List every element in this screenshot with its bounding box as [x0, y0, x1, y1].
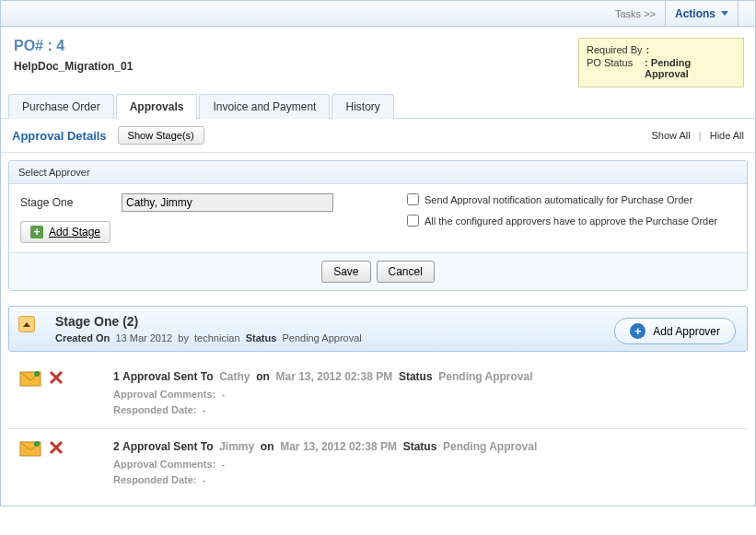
- comments-label: Approval Comments:: [113, 389, 215, 400]
- status-box: Required By : PO Status : Pending Approv…: [578, 38, 744, 87]
- comments-label: Approval Comments:: [113, 459, 215, 470]
- collapse-button[interactable]: [18, 316, 35, 332]
- status-label: Status: [246, 332, 277, 343]
- po-label: PO# :: [14, 38, 52, 53]
- show-all-link[interactable]: Show All: [652, 130, 691, 141]
- on-label: on: [261, 440, 274, 453]
- chevron-up-icon: [23, 322, 30, 327]
- po-number: 4: [56, 38, 64, 53]
- stage-one-input[interactable]: [122, 193, 333, 212]
- status-value: Pending Approval: [443, 440, 537, 453]
- required-by-label: Required By: [587, 44, 643, 55]
- plus-circle-icon: +: [630, 323, 646, 339]
- responded-value: -: [203, 404, 206, 415]
- add-stage-button[interactable]: + Add Stage: [20, 221, 110, 243]
- subheader: Approval Details Show Stage(s) Show All …: [1, 119, 755, 153]
- add-approver-button[interactable]: + Add Approver: [614, 318, 736, 344]
- add-approver-label: Add Approver: [653, 325, 720, 338]
- cancel-button[interactable]: Cancel: [377, 261, 435, 283]
- all-approve-label: All the configured approvers have to app…: [425, 215, 717, 227]
- top-bar: Tasks >> Actions: [1, 1, 755, 27]
- responded-label: Responded Date:: [113, 404, 196, 415]
- envelope-icon: [19, 440, 41, 457]
- sent-to-value: Cathy: [219, 370, 250, 383]
- on-label: on: [256, 370, 270, 383]
- on-value: Mar 13, 2012 02:38 PM: [276, 370, 393, 383]
- select-approver-box: Select Approver Stage One + Add Stage: [8, 160, 748, 291]
- hide-all-link[interactable]: Hide All: [710, 130, 744, 141]
- approval-num: 1: [113, 370, 120, 383]
- svg-point-5: [34, 441, 40, 447]
- status-label: Status: [403, 440, 437, 453]
- status-value: Pending Approval: [282, 332, 361, 343]
- status-value: Pending Approval: [438, 370, 532, 383]
- tab-purchase-order[interactable]: Purchase Order: [8, 94, 114, 119]
- po-status-value: : Pending Approval: [645, 57, 736, 79]
- approval-details-title: Approval Details: [12, 129, 107, 143]
- actions-label: Actions: [675, 7, 715, 20]
- stage-one-label: Stage One: [20, 196, 122, 209]
- actions-dropdown[interactable]: Actions: [665, 1, 739, 26]
- notify-label: Send Approval notification automatically…: [425, 194, 692, 205]
- notify-checkbox[interactable]: [407, 193, 419, 205]
- required-by-value: :: [646, 44, 650, 55]
- tab-approvals[interactable]: Approvals: [116, 94, 198, 119]
- tab-history[interactable]: History: [331, 94, 393, 119]
- on-value: Mar 13, 2012 02:38 PM: [280, 440, 397, 453]
- comments-value: -: [221, 389, 225, 400]
- header: PO# : 4 HelpDoc_Migration_01 Required By…: [1, 27, 755, 93]
- responded-label: Responded Date:: [113, 474, 196, 485]
- approval-list: 1 Approval Sent To Cathy on Mar 13, 2012…: [1, 359, 755, 506]
- tasks-link[interactable]: Tasks >>: [606, 1, 665, 26]
- stage-block: Stage One (2) Created On 13 Mar 2012 by …: [8, 306, 748, 352]
- sent-to-label: Approval Sent To: [122, 370, 213, 383]
- tabs: Purchase Order Approvals Invoice and Pay…: [1, 93, 755, 119]
- comments-value: -: [221, 459, 225, 470]
- status-label: Status: [399, 370, 433, 383]
- approval-item: 1 Approval Sent To Cathy on Mar 13, 2012…: [8, 359, 748, 429]
- all-approve-checkbox[interactable]: [407, 215, 419, 227]
- created-on-value: 13 Mar 2012: [115, 332, 172, 343]
- envelope-icon: [19, 370, 41, 387]
- approval-num: 2: [113, 440, 120, 453]
- by-label: by: [178, 332, 189, 343]
- chevron-down-icon: [721, 11, 728, 16]
- separator: |: [699, 130, 702, 141]
- add-stage-label: Add Stage: [49, 226, 100, 238]
- tab-invoice[interactable]: Invoice and Payment: [199, 94, 330, 119]
- created-on-label: Created On: [55, 332, 110, 343]
- select-approver-title: Select Approver: [9, 161, 747, 184]
- by-value: technician: [194, 332, 240, 343]
- show-stage-button[interactable]: Show Stage(s): [118, 126, 204, 145]
- po-status-label: PO Status: [587, 57, 641, 68]
- save-button[interactable]: Save: [321, 261, 370, 283]
- sent-to-label: Approval Sent To: [122, 440, 213, 453]
- approval-item: 2 Approval Sent To Jimmy on Mar 13, 2012…: [8, 429, 748, 498]
- delete-icon[interactable]: [49, 370, 64, 385]
- svg-point-1: [34, 371, 40, 377]
- delete-icon[interactable]: [49, 440, 64, 455]
- responded-value: -: [203, 474, 206, 485]
- sent-to-value: Jimmy: [219, 440, 254, 453]
- plus-icon: +: [30, 226, 43, 238]
